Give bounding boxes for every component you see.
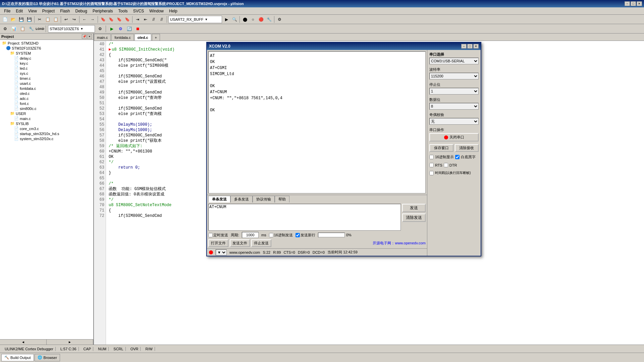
symbol-search-btn[interactable]: 🔍	[231, 16, 238, 23]
tree-item[interactable]: 🔵STM32F103ZET6	[1, 46, 93, 51]
tree-item[interactable]: 📁Project: STM32HD	[1, 41, 93, 46]
copy-btn[interactable]: 📋	[44, 16, 51, 23]
debug4-btn[interactable]: 🔧	[265, 16, 273, 23]
menu-debug[interactable]: Debug	[73, 8, 90, 14]
outdent-btn[interactable]: ⇤	[142, 16, 149, 23]
menu-edit[interactable]: Edit	[13, 8, 25, 14]
file-tab[interactable]: oled.c	[135, 34, 151, 41]
device-dropdown[interactable]: STM32F103ZET6 ▼	[48, 25, 95, 33]
tree-item[interactable]: 📄main.c	[1, 116, 93, 121]
xcom-timestamp-checkbox[interactable]	[429, 171, 434, 175]
bookmark1-btn[interactable]: 🔖	[99, 16, 107, 23]
menu-flash[interactable]: Flash	[57, 8, 72, 14]
xcom-send-file-btn[interactable]: 发送文件	[230, 239, 250, 247]
settings-btn[interactable]: ⚙	[276, 16, 283, 23]
xcom-baud-select[interactable]: 115200	[429, 73, 479, 79]
xcom-link[interactable]: 开源电子网：www.openedv.com	[373, 241, 426, 246]
bookmark3-btn[interactable]: 🔖	[115, 16, 123, 23]
t2-btn4[interactable]: 🔧	[28, 25, 35, 33]
tree-item[interactable]: 📄led.c	[1, 66, 93, 71]
xcom-dtr-checkbox[interactable]	[444, 163, 448, 167]
xcom-send-btn[interactable]: 发送	[402, 204, 426, 212]
project-lock-btn[interactable]: 📌	[82, 34, 87, 39]
t2-compile[interactable]: ▶	[108, 25, 115, 33]
t2-btn1[interactable]: ⚙	[1, 25, 9, 33]
bottom-tab-browser[interactable]: 🌐 Browser	[35, 354, 60, 361]
xcom-stop-select[interactable]: 1	[429, 88, 479, 95]
menu-help[interactable]: Help	[166, 8, 180, 14]
tree-item[interactable]: 📄delay.c	[1, 56, 93, 61]
xcom-open-file-btn[interactable]: 打开文件	[208, 239, 228, 247]
t2-load[interactable]: LOAD	[36, 25, 44, 33]
tree-item[interactable]: 📁SYSLIB	[1, 121, 93, 126]
tree-item[interactable]: 📄font.c	[1, 101, 93, 106]
xcom-send-input[interactable]: AT+CNUM	[208, 204, 401, 231]
fwd-btn[interactable]: →	[89, 16, 96, 23]
comment1-btn[interactable]: //	[150, 16, 157, 23]
xcom-tab-help[interactable]: 帮助	[275, 196, 289, 202]
xcom-com-select[interactable]: ▼	[216, 249, 227, 255]
tree-item[interactable]: 📄adc.c	[1, 96, 93, 101]
tree-item[interactable]: 📄sys.c	[1, 71, 93, 76]
xcom-portop-btn[interactable]: 关闭串口	[429, 133, 479, 141]
tree-item[interactable]: 📄system_stm32f10x.c	[1, 136, 93, 141]
xcom-tab-protocol[interactable]: 协议传输	[253, 196, 275, 202]
xcom-tab-multi[interactable]: 多条发送	[230, 196, 253, 202]
maximize-btn[interactable]: □	[631, 1, 636, 6]
tree-item[interactable]: 📄key.c	[1, 61, 93, 66]
t2-rebuild[interactable]: 🔄	[125, 25, 133, 33]
xcom-period-input[interactable]: 1000	[242, 232, 259, 238]
debug2-btn[interactable]: ○	[249, 16, 257, 23]
bookmark4-btn[interactable]: 🔖	[123, 16, 131, 23]
new-btn[interactable]: 📄	[1, 16, 9, 23]
xcom-clear-send-btn[interactable]: 清除发送	[402, 214, 426, 222]
xcom-port-select[interactable]: COM3:USB-SERIAL	[429, 58, 479, 64]
menu-window[interactable]: Window	[147, 8, 166, 14]
menu-peripherals[interactable]: Peripherals	[90, 8, 116, 14]
t2-settings[interactable]: ⚙	[96, 25, 104, 33]
menu-file[interactable]: File	[1, 8, 13, 14]
tree-item[interactable]: 📁SYSTEM	[1, 51, 93, 56]
debug1-btn[interactable]: ⬤	[241, 16, 249, 23]
file-tab[interactable]: main.c	[94, 34, 111, 41]
bookmark2-btn[interactable]: 🔖	[107, 16, 115, 23]
xcom-data-select[interactable]: 8	[429, 103, 479, 110]
xcom-tab-single[interactable]: 单条发送	[208, 196, 230, 202]
xcom-max-btn[interactable]: □	[467, 44, 473, 49]
xcom-save-window-btn[interactable]: 保存窗口	[429, 144, 453, 152]
tree-item[interactable]: 📄core_cm3.c	[1, 126, 93, 131]
tree-item[interactable]: 📄fontdata.c	[1, 86, 93, 91]
xcom-newline-label[interactable]: 发送新行	[296, 233, 315, 238]
t2-btn3[interactable]: 📋	[19, 25, 26, 33]
xcom-newline-checkbox[interactable]	[296, 233, 300, 237]
t2-build[interactable]: ⚙	[117, 25, 124, 33]
back-btn[interactable]: ←	[81, 16, 88, 23]
menu-tools[interactable]: Tools	[116, 8, 130, 14]
t2-stop[interactable]: ⏹	[134, 25, 142, 33]
indent-btn[interactable]: ⇥	[134, 16, 141, 23]
xcom-hex-send-label[interactable]: 16进制发送	[269, 233, 293, 238]
tree-item[interactable]: 📄usart.c	[1, 81, 93, 86]
xcom-stop-send-btn[interactable]: 停止发送	[251, 239, 271, 247]
tree-item[interactable]: 📄timer.c	[1, 76, 93, 81]
xcom-clear-recv-btn[interactable]: 清除接收	[455, 144, 479, 152]
redo-btn[interactable]: ↪	[70, 16, 78, 23]
xcom-min-btn[interactable]: −	[461, 44, 467, 49]
cut-btn[interactable]: ✂	[36, 16, 43, 23]
comment2-btn[interactable]: //	[158, 16, 165, 23]
xcom-bw-checkbox[interactable]	[455, 155, 460, 159]
symbol-go-btn[interactable]: ▶	[223, 16, 230, 23]
save-btn[interactable]: 💾	[17, 16, 25, 23]
minimize-btn[interactable]: −	[625, 1, 630, 6]
debug3-btn[interactable]: 🔴	[257, 16, 265, 23]
scroll-right-btn[interactable]: ►	[47, 340, 93, 345]
file-tab[interactable]: +	[152, 34, 160, 41]
file-tab[interactable]: fontdata.c	[111, 34, 133, 41]
xcom-close-btn[interactable]: ✕	[473, 44, 479, 49]
t2-btn2[interactable]: 📊	[10, 25, 17, 33]
xcom-receive-area[interactable]: AT OK AT+CGMI SIMCOM_Ltd OK AT+CNUM +CNU…	[208, 51, 426, 193]
save-all-btn[interactable]: 💾	[25, 16, 33, 23]
menu-view[interactable]: View	[25, 8, 40, 14]
undo-btn[interactable]: ↩	[62, 16, 70, 23]
xcom-hex-display-checkbox[interactable]	[429, 155, 434, 159]
